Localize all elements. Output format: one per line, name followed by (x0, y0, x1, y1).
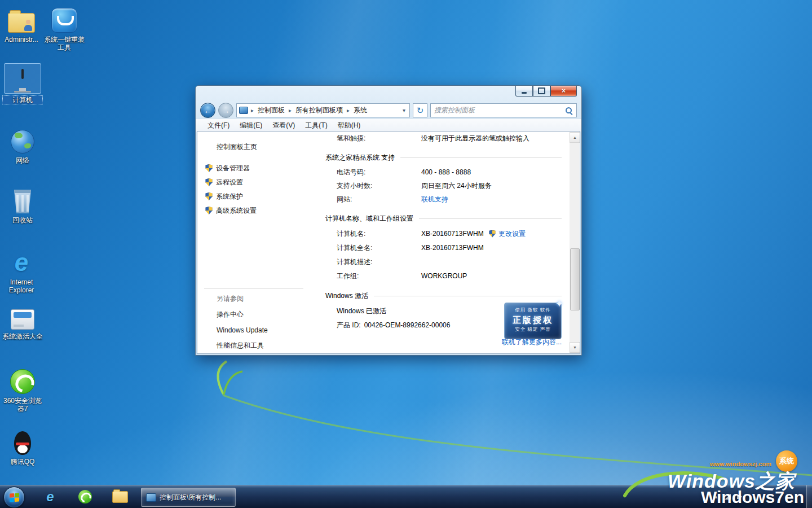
description-row: 计算机描述: (337, 256, 562, 268)
learn-more-link[interactable]: 联机了解更多内容... (502, 338, 562, 347)
workgroup-row: 工作组: WORKGROUP (337, 270, 562, 282)
ie-logo-icon: e (15, 249, 28, 275)
windows-flag-icon (10, 493, 19, 502)
sidebar-home-link[interactable]: 控制面板主页 (217, 142, 257, 152)
control-panel-icon (146, 493, 156, 502)
desktop-icon-computer[interactable]: 计算机 (1, 63, 44, 104)
menu-tools[interactable]: 工具(T) (300, 121, 332, 130)
menu-edit[interactable]: 编辑(E) (235, 121, 267, 130)
desktop-icon-reinstall-tool[interactable]: 系统一键重装工具 (43, 3, 86, 51)
desktop-icon-recycle-bin[interactable]: 回收站 (1, 184, 44, 224)
refresh-button[interactable]: ↻ (413, 103, 427, 117)
product-id-label: 产品 ID: (337, 321, 361, 330)
tray-expand-icon[interactable]: ▲ (714, 494, 718, 500)
genuine-windows-badge[interactable]: ✦ 使用 微软 软件 正版授权 安全 稳定 声誉 (504, 303, 562, 339)
breadcrumb-system[interactable]: 系统 (351, 104, 369, 116)
control-panel-icon (239, 107, 248, 114)
taskbar-active-task-control-panel[interactable]: 控制面板\所有控制... (141, 488, 236, 507)
sidebar-item-device-manager[interactable]: 设备管理器 (205, 163, 250, 174)
website-row: 网站: 联机支持 (337, 194, 562, 205)
online-support-link[interactable]: 联机支持 (421, 195, 448, 204)
menu-help[interactable]: 帮助(H) (333, 121, 366, 130)
scroll-down-icon: ▼ (573, 345, 577, 349)
sidebar-item-windows-update[interactable]: Windows Update (217, 326, 303, 334)
show-desktop-button[interactable] (806, 485, 812, 508)
workgroup-label: 工作组: (337, 271, 421, 281)
pen-touch-row: 笔和触摸: 没有可用于此显示器的笔或触控输入 (337, 133, 562, 144)
desktop-icon-administrator[interactable]: Administr... (0, 3, 43, 43)
start-button[interactable] (3, 487, 25, 508)
scroll-up-button[interactable]: ▲ (570, 132, 580, 143)
qq-penguin-icon (13, 431, 32, 455)
volume-icon[interactable] (737, 495, 740, 499)
badge-title-text: 正版授权 (505, 315, 561, 326)
uac-shield-icon (205, 164, 213, 172)
uac-shield-icon (205, 178, 213, 186)
search-input[interactable]: 搜索控制面板 (430, 103, 577, 117)
pen-touch-label: 笔和触摸: (337, 134, 421, 143)
desktop-icon-label: 腾讯QQ (2, 458, 43, 466)
address-history-dropdown-icon[interactable]: ▾ (401, 107, 407, 113)
product-id-value: 00426-OEM-8992662-00006 (364, 321, 451, 329)
breadcrumb-all-items[interactable]: 所有控制面板项 (293, 104, 345, 116)
change-settings-link[interactable]: 更改设置 (489, 228, 526, 239)
support-section-header: 系统之家精品系统 支持 (325, 152, 562, 163)
close-button[interactable]: × (550, 86, 577, 97)
sidebar-item-remote-settings[interactable]: 远程设置 (205, 177, 243, 188)
desktop-icon-label: 系统一键重装工具 (44, 36, 85, 51)
scroll-up-icon: ▲ (573, 135, 577, 139)
website-label: 网站: (337, 195, 421, 204)
section-header-text: 计算机名称、域和工作组设置 (325, 214, 413, 224)
sidebar-item-system-protection[interactable]: 系统保护 (205, 191, 243, 202)
forward-button[interactable]: → (218, 103, 233, 118)
desktop-icon-activation-suite[interactable]: 系统激活大全 (1, 300, 44, 340)
support-hours-label: 支持小时数: (337, 181, 421, 191)
sidebar-item-performance-tools[interactable]: 性能信息和工具 (217, 341, 303, 351)
phone-value: 400 - 888 - 8888 (421, 168, 471, 176)
taskbar: e 控制面板\所有控制... ▲ (0, 485, 812, 508)
breadcrumb-control-panel[interactable]: 控制面板 (255, 104, 287, 116)
taskbar-ie-button[interactable]: e (39, 487, 61, 507)
minimize-icon (522, 92, 527, 94)
network-icon[interactable] (725, 494, 731, 500)
system-tray: ▲ (714, 485, 744, 508)
sidebar-item-label: 系统保护 (216, 192, 243, 202)
back-button[interactable]: ← (200, 103, 215, 118)
desktop-icon-qq[interactable]: 腾讯QQ (1, 426, 44, 466)
taskbar-explorer-button[interactable] (109, 487, 131, 507)
scroll-down-button[interactable]: ▼ (570, 342, 580, 353)
phone-row: 电话号码: 400 - 888 - 8888 (337, 167, 562, 178)
forward-arrow-icon: → (222, 107, 230, 115)
taskbar-360-browser-button[interactable] (74, 487, 96, 507)
sidebar-item-advanced-settings[interactable]: 高级系统设置 (205, 205, 257, 216)
minimize-button[interactable] (515, 86, 533, 97)
workgroup-value: WORKGROUP (421, 272, 467, 280)
sidebar-item-action-center[interactable]: 操作中心 (217, 310, 303, 319)
sidebar-item-label: 远程设置 (216, 178, 243, 187)
desktop-icon-label: Administr... (1, 36, 42, 43)
desktop-icon-internet-explorer[interactable]: e Internet Explorer (0, 246, 43, 294)
sidebar-item-label: 设备管理器 (216, 164, 250, 173)
maximize-button[interactable] (533, 86, 550, 97)
computer-name-section-header: 计算机名称、域和工作组设置 (325, 213, 562, 224)
section-header-text: 系统之家精品系统 支持 (325, 153, 395, 163)
menu-view[interactable]: 查看(V) (267, 121, 300, 130)
chevron-right-icon: ▸ (288, 107, 292, 113)
computer-icon (10, 70, 36, 93)
support-hours-value: 周日至周六 24小时服务 (421, 181, 492, 191)
menu-bar: 文件(F) 编辑(E) 查看(V) 工具(T) 帮助(H) (196, 119, 581, 132)
desktop-icon-network[interactable]: 网络 (1, 124, 44, 164)
description-label: 计算机描述: (337, 257, 421, 267)
scrollbar-thumb[interactable] (570, 248, 580, 310)
person-icon (24, 20, 33, 31)
vertical-scrollbar[interactable]: ▲ ▼ (570, 132, 579, 353)
desktop-icon-360-browser[interactable]: 360安全浏览器7 (1, 365, 44, 413)
address-bar[interactable]: ▸ 控制面板 ▸ 所有控制面板项 ▸ 系统 ▾ (236, 103, 410, 117)
search-icon[interactable] (565, 107, 573, 115)
menu-file[interactable]: 文件(F) (202, 121, 235, 130)
badge-bottom-text: 安全 稳定 声誉 (505, 326, 561, 333)
support-hours-row: 支持小时数: 周日至周六 24小时服务 (337, 180, 562, 191)
desktop-icon-label: 360安全浏览器7 (2, 397, 43, 413)
title-bar[interactable]: × (196, 86, 581, 102)
section-header-text: Windows 激活 (325, 291, 368, 301)
